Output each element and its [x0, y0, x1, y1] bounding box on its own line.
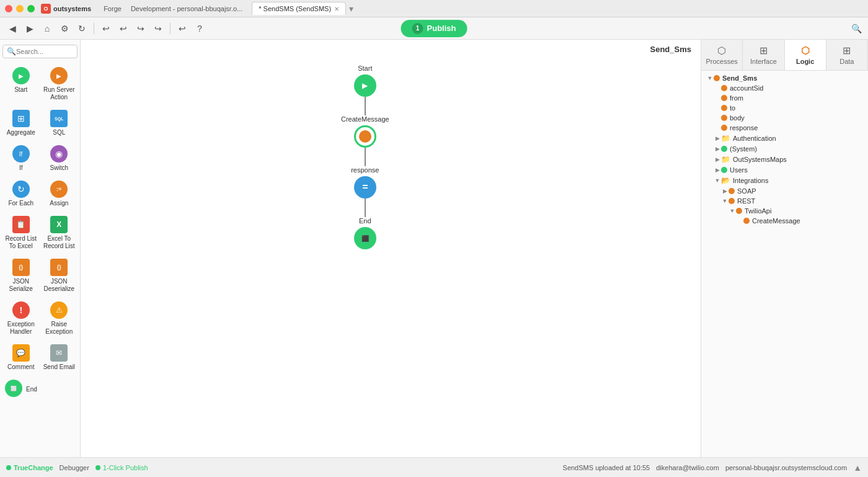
end-node-label: End [359, 217, 371, 225]
refresh-button[interactable]: ↻ [74, 21, 89, 36]
toolbox-start[interactable]: Start [2, 63, 40, 105]
tree-auth-toggle[interactable]: ▶ [714, 135, 721, 142]
comment-label: Comment [7, 363, 34, 371]
traffic-lights [5, 5, 35, 12]
tree-item-to[interactable]: to [711, 103, 866, 113]
maximize-button[interactable] [27, 5, 35, 12]
tree-maps-toggle[interactable]: ▶ [714, 156, 721, 163]
new-tab-button[interactable]: ▾ [349, 4, 353, 14]
tree-root[interactable]: ▼ Send_Sms [704, 73, 866, 83]
tree-item-soap[interactable]: ▶ SOAP [719, 186, 866, 196]
tree-item-users[interactable]: ▶ Users [711, 165, 866, 175]
integrations-children: ▶ SOAP ▼ REST ▼ [711, 186, 866, 226]
tree-system-toggle[interactable]: ▶ [714, 145, 721, 153]
data-tab-icon: ⊞ [843, 45, 851, 56]
toolbox-sql[interactable]: SQL [41, 106, 78, 140]
undo-button[interactable]: ↩ [99, 21, 113, 36]
main-layout: 🔍 Start Run Server Action Aggregate SQL [0, 40, 868, 457]
tree-item-body[interactable]: body [711, 113, 866, 123]
back2-button[interactable]: ↩ [175, 21, 190, 36]
tree-item-create-message[interactable]: CreateMessage [733, 216, 866, 226]
end-node-icon[interactable] [354, 227, 376, 249]
search-icon[interactable]: 🔍 [851, 24, 862, 33]
forward-button[interactable]: ▶ [22, 21, 37, 36]
tree-root-label: Send_Sms [722, 74, 757, 82]
tree-users-toggle[interactable]: ▶ [714, 166, 721, 174]
toolbox-assign[interactable]: Assign [41, 177, 78, 211]
tree-item-outsystems-maps[interactable]: ▶ 📁 OutSystemsMaps [711, 154, 866, 165]
tree-accountsid-label: accountSid [730, 84, 763, 92]
undo2-button[interactable]: ↩ [116, 21, 131, 36]
toolbox-json-deserialize[interactable]: JSON Deserialize [41, 255, 78, 296]
tree-item-rest[interactable]: ▼ REST [719, 196, 866, 206]
tree-item-system[interactable]: ▶ (System) [711, 144, 866, 154]
toolbox-json-serialize[interactable]: JSON Serialize [2, 255, 40, 296]
tree-twilio-toggle[interactable]: ▼ [728, 207, 736, 215]
tree-users-dot [721, 167, 727, 173]
close-button[interactable] [5, 5, 12, 12]
statusbar-right: SendSMS uploaded at 10:55 dikehara@twili… [563, 463, 862, 473]
nav-forge[interactable]: Forge [104, 5, 122, 12]
tree-item-authentication[interactable]: ▶ 📁 Authentication [711, 133, 866, 144]
tree-item-from[interactable]: from [711, 93, 866, 103]
tree-item-accountsid[interactable]: accountSid [711, 83, 866, 93]
toolbox-exception-handler[interactable]: Exception Handler [2, 298, 40, 339]
toolbox-send-email[interactable]: Send Email [41, 341, 78, 375]
tree-accountsid-toggle [714, 84, 721, 92]
arrow-3 [365, 198, 366, 217]
expand-statusbar-button[interactable]: ▲ [853, 463, 862, 473]
tree-item-response[interactable]: response [711, 123, 866, 133]
exception-handler-icon [12, 301, 30, 319]
settings-button[interactable]: ⚙ [57, 21, 72, 36]
debugger-label[interactable]: Debugger [60, 464, 89, 471]
tree-root-toggle[interactable]: ▼ [706, 74, 714, 82]
tab-processes[interactable]: ⬡ Processes [701, 40, 743, 70]
publish-button[interactable]: 1 Publish [401, 20, 467, 37]
one-click-publish[interactable]: 1-Click Publish [95, 464, 148, 471]
start-icon [12, 67, 30, 84]
tree-soap-toggle[interactable]: ▶ [721, 187, 728, 195]
true-change-dot [6, 465, 11, 470]
search-area[interactable]: 🔍 [851, 24, 862, 33]
json-serialize-icon [12, 259, 30, 276]
redo-button[interactable]: ↪ [133, 21, 148, 36]
minimize-button[interactable] [16, 5, 24, 12]
tab-close-icon[interactable]: ✕ [334, 6, 339, 12]
comment-icon [12, 344, 30, 362]
response-node-icon[interactable] [354, 176, 376, 198]
tab-sendsms[interactable]: * SendSMS (SendSMS) ✕ [252, 2, 346, 15]
toolbox-raise-exception[interactable]: Raise Exception [41, 298, 78, 339]
toolbox-if[interactable]: If If [2, 141, 40, 176]
tree-users-label: Users [730, 166, 748, 174]
home-button[interactable]: ⌂ [40, 21, 55, 36]
search-input[interactable] [16, 48, 66, 55]
toolbox-end[interactable]: End [2, 376, 78, 401]
tab-data[interactable]: ⊞ Data [826, 40, 868, 70]
tree-body-dot [721, 115, 727, 121]
toolbox-record-list-excel[interactable]: Record List To Excel [2, 212, 40, 254]
interface-tab-label: Interface [750, 58, 777, 65]
tree-rest-label: REST [737, 197, 755, 205]
arrow-1 [365, 97, 366, 115]
search-box[interactable]: 🔍 [2, 45, 78, 58]
toolbox-aggregate[interactable]: Aggregate [2, 106, 40, 140]
redo2-button[interactable]: ↪ [151, 21, 166, 36]
toolbox-for-each[interactable]: For Each [2, 177, 40, 211]
tab-logic[interactable]: ⬡ Logic [785, 40, 826, 70]
start-node-icon[interactable] [354, 74, 376, 97]
tree-item-integrations[interactable]: ▼ 📂 Integrations [711, 175, 866, 186]
tab-interface[interactable]: ⊞ Interface [743, 40, 784, 70]
help-button[interactable]: ? [192, 21, 207, 36]
back-button[interactable]: ◀ [5, 21, 20, 36]
create-node-icon[interactable] [354, 125, 376, 148]
flow-start-node: Start [354, 65, 376, 97]
toolbox-excel-record-list[interactable]: Excel To Record List [41, 212, 78, 254]
tree-item-twilioapi[interactable]: ▼ TwilioApi [726, 206, 866, 216]
toolbox-comment[interactable]: Comment [2, 341, 40, 375]
tree-integrations-toggle[interactable]: ▼ [714, 177, 721, 184]
toolbox-run-server-action[interactable]: Run Server Action [41, 63, 78, 105]
tree-rest-toggle[interactable]: ▼ [721, 197, 728, 205]
tree-twilio-label: TwilioApi [745, 207, 771, 215]
toolbox-switch[interactable]: Switch [41, 141, 78, 176]
nav-development[interactable]: Development - personal-bbuqajsr.o... [131, 5, 242, 12]
